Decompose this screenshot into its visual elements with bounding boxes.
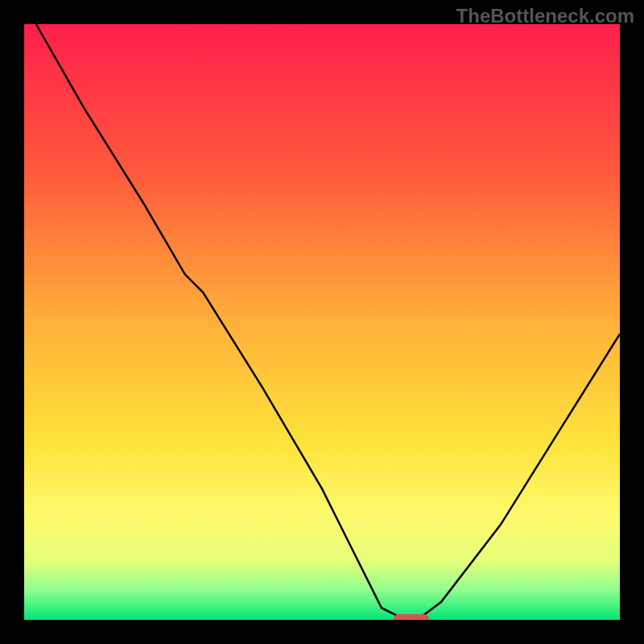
gradient-background xyxy=(24,24,620,620)
chart-area xyxy=(24,24,620,620)
chart-container: TheBottleneck.com xyxy=(0,0,644,644)
optimal-marker xyxy=(394,614,429,620)
chart-svg xyxy=(24,24,620,620)
watermark-text: TheBottleneck.com xyxy=(456,5,634,27)
